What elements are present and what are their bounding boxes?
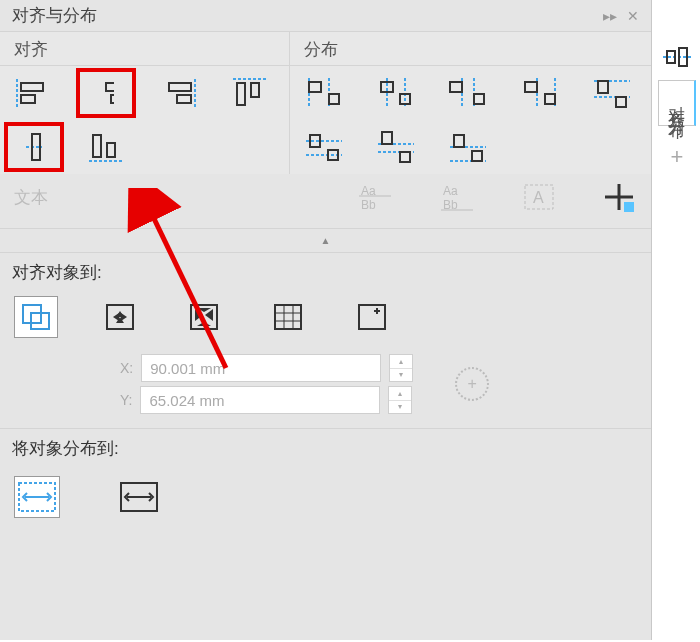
y-input[interactable] <box>140 386 380 414</box>
section-header-row: 对齐 分布 <box>0 32 651 66</box>
svg-marker-67 <box>121 313 127 321</box>
text-align-row: 文本 AaBb AaBb A <box>0 174 651 229</box>
svg-rect-28 <box>450 82 462 92</box>
svg-rect-49 <box>472 151 482 161</box>
svg-rect-37 <box>616 97 626 107</box>
text-baseline-last-icon[interactable]: AaBb <box>437 182 477 212</box>
align-top-button[interactable] <box>228 76 272 110</box>
svg-rect-44 <box>382 132 392 144</box>
svg-rect-20 <box>309 82 321 92</box>
set-origin-button[interactable]: + <box>455 367 489 401</box>
close-icon[interactable]: ✕ <box>627 8 639 24</box>
align-to-grid-button[interactable] <box>266 296 310 338</box>
svg-marker-72 <box>197 322 211 326</box>
align-to-page-edge-button[interactable] <box>98 296 142 338</box>
add-guide-button[interactable] <box>601 182 637 212</box>
distribute-to-label: 将对象分布到: <box>0 429 651 468</box>
svg-text:A: A <box>533 189 544 206</box>
svg-text:Bb: Bb <box>361 198 376 211</box>
text-baseline-first-icon[interactable]: AaBb <box>355 182 395 212</box>
collapse-icon[interactable]: ▸▸ <box>603 8 617 24</box>
align-icons-group <box>0 66 290 174</box>
align-right-button[interactable] <box>156 76 200 110</box>
align-center-horizontal-button[interactable] <box>84 76 128 110</box>
distribute-spacing-h-button[interactable] <box>446 76 490 110</box>
panel-titlebar: 对齐与分布 ▸▸ ✕ <box>0 0 651 32</box>
distribute-section-label: 分布 <box>290 32 651 65</box>
svg-rect-16 <box>93 135 101 157</box>
svg-rect-17 <box>107 143 115 157</box>
svg-rect-60 <box>624 202 634 212</box>
distribute-center-v-button[interactable] <box>302 130 346 164</box>
svg-rect-33 <box>545 94 555 104</box>
distribute-target-row <box>0 468 651 536</box>
svg-text:Aa: Aa <box>443 184 458 198</box>
svg-rect-5 <box>111 95 114 103</box>
add-panel-button[interactable]: + <box>671 132 684 170</box>
svg-rect-36 <box>598 81 608 93</box>
align-to-page-center-button[interactable] <box>182 296 226 338</box>
distribute-bottom-button[interactable] <box>446 130 490 164</box>
svg-text:Bb: Bb <box>443 198 458 211</box>
align-to-point-button[interactable] <box>350 296 394 338</box>
align-distribute-panel: 对齐与分布 ▸▸ ✕ 对齐 分布 <box>0 0 652 640</box>
distribute-spacing-v-button[interactable] <box>374 130 418 164</box>
align-bottom-button[interactable] <box>84 130 128 164</box>
x-input[interactable] <box>141 354 381 382</box>
svg-marker-69 <box>195 309 203 321</box>
svg-rect-45 <box>400 152 410 162</box>
align-to-label: 对齐对象到: <box>0 253 651 292</box>
svg-rect-73 <box>275 305 301 329</box>
distribute-top-button[interactable] <box>590 76 634 110</box>
align-to-active-objects-button[interactable] <box>14 296 58 338</box>
svg-rect-48 <box>454 135 464 147</box>
svg-marker-66 <box>113 313 119 321</box>
side-tab-align-distribute[interactable]: 对齐与分布 <box>658 80 696 126</box>
svg-rect-4 <box>106 83 114 91</box>
collapse-toggle[interactable]: ▲ <box>0 229 651 253</box>
distribute-to-selection-button[interactable] <box>14 476 60 518</box>
y-label: Y: <box>120 392 132 408</box>
text-bounding-box-icon[interactable]: A <box>519 182 559 212</box>
svg-rect-21 <box>329 94 339 104</box>
svg-rect-10 <box>237 83 245 105</box>
svg-rect-11 <box>251 83 259 97</box>
svg-rect-7 <box>169 83 191 91</box>
distribute-icons-group <box>290 66 651 174</box>
svg-rect-32 <box>525 82 537 92</box>
svg-rect-8 <box>177 95 191 103</box>
distribute-right-button[interactable] <box>518 76 562 110</box>
align-left-button[interactable] <box>12 76 56 110</box>
distribute-to-page-button[interactable] <box>116 476 162 518</box>
svg-rect-78 <box>359 305 385 329</box>
side-tab-bar: 对齐与分布 + <box>654 32 700 170</box>
side-align-icon[interactable] <box>659 40 695 74</box>
svg-marker-71 <box>197 308 211 312</box>
svg-rect-29 <box>474 94 484 104</box>
align-target-row <box>0 292 651 350</box>
y-stepper[interactable]: ▴▾ <box>388 386 412 414</box>
text-section-label: 文本 <box>14 186 48 209</box>
svg-marker-70 <box>205 309 213 321</box>
coordinate-box: X: ▴▾ Y: ▴▾ + <box>0 350 651 429</box>
x-stepper[interactable]: ▴▾ <box>389 354 413 382</box>
distribute-left-button[interactable] <box>302 76 346 110</box>
align-section-label: 对齐 <box>0 32 290 65</box>
panel-title-text: 对齐与分布 <box>12 4 97 27</box>
svg-rect-2 <box>21 95 35 103</box>
align-center-vertical-button[interactable] <box>12 130 56 164</box>
x-label: X: <box>120 360 133 376</box>
svg-rect-1 <box>21 83 43 91</box>
distribute-center-h-button[interactable] <box>374 76 418 110</box>
